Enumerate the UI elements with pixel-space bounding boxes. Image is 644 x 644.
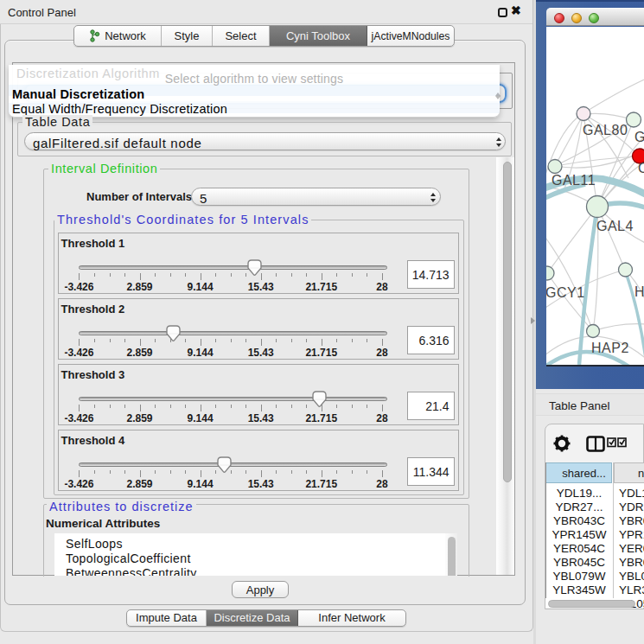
svg-text:GAL4: GAL4 bbox=[596, 219, 634, 233]
svg-text:GAL80: GAL80 bbox=[583, 123, 628, 137]
svg-text:GAL11: GAL11 bbox=[552, 173, 596, 188]
svg-text:CYC: CYC bbox=[638, 161, 644, 175]
svg-text:GCY1: GCY1 bbox=[546, 285, 585, 300]
svg-text:HAP2: HAP2 bbox=[591, 341, 629, 355]
svg-text:GAL: GAL bbox=[634, 130, 644, 144]
svg-text:HAP: HAP bbox=[634, 284, 644, 299]
